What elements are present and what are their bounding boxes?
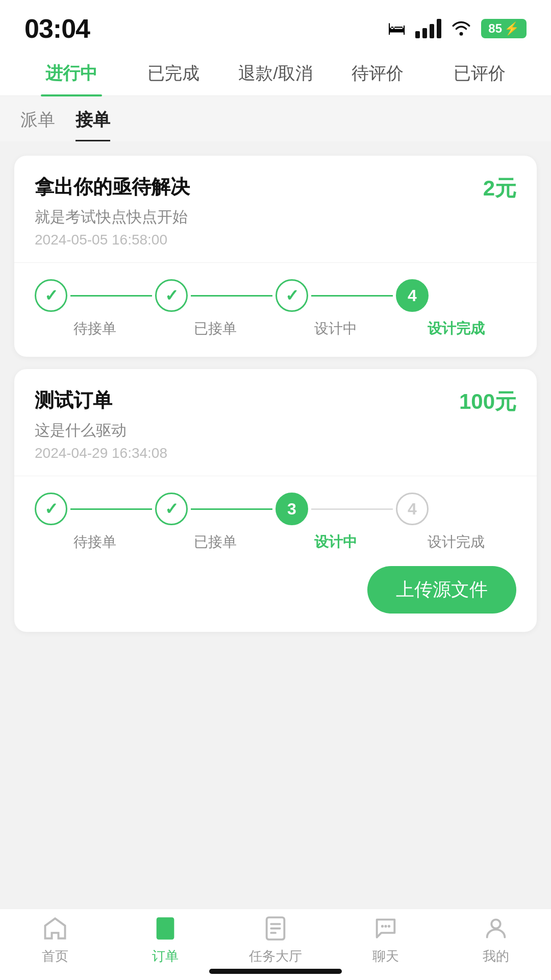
order-price-2: 100元 bbox=[459, 387, 516, 416]
svg-point-8 bbox=[381, 925, 384, 927]
svg-rect-2 bbox=[160, 927, 171, 929]
step-label-2-4: 设计完成 bbox=[428, 532, 485, 552]
step-label-1-3: 设计中 bbox=[314, 319, 357, 338]
nav-item-home[interactable]: 首页 bbox=[0, 914, 110, 965]
nav-item-orders[interactable]: 订单 bbox=[110, 914, 220, 965]
card-divider-2 bbox=[14, 476, 537, 476]
step-label-2-3: 设计中 bbox=[314, 532, 357, 552]
order-card-2: 测试订单 100元 这是什么驱动 2024-04-29 16:34:08 ✓ 待… bbox=[14, 369, 537, 632]
step-circle-2-2: ✓ bbox=[155, 493, 188, 525]
nav-item-profile[interactable]: 我的 bbox=[441, 914, 551, 965]
step-label-1-2: 已接单 bbox=[194, 319, 237, 338]
step-line-1-1 bbox=[70, 295, 152, 297]
order-icon bbox=[151, 914, 180, 943]
nav-label-chat: 聊天 bbox=[372, 947, 399, 965]
step-line-1-2 bbox=[191, 295, 272, 297]
nav-label-profile: 我的 bbox=[483, 947, 509, 965]
nav-item-chat[interactable]: 聊天 bbox=[331, 914, 441, 965]
status-icons: 🛏 85 ⚡ bbox=[388, 18, 527, 39]
step-circle-1-4: 4 bbox=[396, 279, 429, 312]
home-indicator bbox=[209, 969, 342, 974]
svg-point-10 bbox=[388, 925, 390, 927]
chat-icon bbox=[371, 914, 400, 943]
step-circle-2-4: 4 bbox=[396, 493, 429, 525]
nav-label-task: 任务大厅 bbox=[249, 947, 302, 965]
order-price-1: 2元 bbox=[483, 174, 516, 203]
profile-icon bbox=[481, 914, 511, 943]
step-1-2: ✓ 已接单 bbox=[155, 279, 276, 338]
svg-rect-1 bbox=[160, 923, 171, 925]
step-circle-2-1: ✓ bbox=[35, 493, 67, 525]
order-time-1: 2024-05-05 16:58:00 bbox=[35, 232, 516, 248]
step-line-2-2 bbox=[191, 508, 272, 510]
order-card-1: 拿出你的亟待解决 2元 就是考试快点快点开始 2024-05-05 16:58:… bbox=[14, 156, 537, 357]
step-circle-1-2: ✓ bbox=[155, 279, 188, 312]
step-line-2-3 bbox=[311, 508, 393, 510]
step-2-2: ✓ 已接单 bbox=[155, 493, 276, 552]
sub-tab-accept[interactable]: 接单 bbox=[76, 108, 110, 141]
battery-level: 85 bbox=[488, 21, 502, 36]
nav-item-task[interactable]: 任务大厅 bbox=[220, 914, 331, 965]
step-label-2-1: 待接单 bbox=[73, 532, 116, 552]
svg-point-9 bbox=[384, 925, 387, 927]
step-label-1-1: 待接单 bbox=[73, 319, 116, 338]
card-header-2: 测试订单 100元 bbox=[35, 387, 516, 416]
top-tab-bar: 进行中 已完成 退款/取消 待评价 已评价 bbox=[0, 51, 551, 96]
task-icon bbox=[261, 914, 290, 943]
content-area: 拿出你的亟待解决 2元 就是考试快点快点开始 2024-05-05 16:58:… bbox=[0, 141, 551, 914]
upload-btn-row: 上传源文件 bbox=[35, 566, 516, 614]
step-2-4: 4 设计完成 bbox=[396, 493, 516, 552]
sub-tab-dispatch[interactable]: 派单 bbox=[20, 108, 55, 141]
sub-tab-bar: 派单 接单 bbox=[0, 96, 551, 141]
card-divider-1 bbox=[14, 262, 537, 263]
wifi-icon bbox=[450, 19, 472, 38]
step-circle-2-3: 3 bbox=[276, 493, 308, 525]
step-label-1-4: 设计完成 bbox=[428, 319, 485, 338]
steps-1: ✓ 待接单 ✓ 已接单 ✓ bbox=[35, 279, 516, 338]
tab-pending-review[interactable]: 待评价 bbox=[327, 62, 429, 85]
step-2-1: ✓ 待接单 bbox=[35, 493, 155, 552]
sleep-icon: 🛏 bbox=[388, 18, 406, 39]
status-bar: 03:04 🛏 85 ⚡ bbox=[0, 0, 551, 51]
status-time: 03:04 bbox=[24, 13, 90, 44]
signal-icon bbox=[415, 19, 441, 38]
svg-rect-3 bbox=[160, 932, 166, 934]
order-desc-2: 这是什么驱动 bbox=[35, 420, 516, 441]
order-title-1: 拿出你的亟待解决 bbox=[35, 174, 190, 200]
tab-completed[interactable]: 已完成 bbox=[122, 62, 224, 85]
order-time-2: 2024-04-29 16:34:08 bbox=[35, 445, 516, 461]
tab-refund[interactable]: 退款/取消 bbox=[224, 62, 327, 85]
order-title-2: 测试订单 bbox=[35, 387, 112, 413]
svg-point-11 bbox=[491, 920, 500, 928]
step-2-3: 3 设计中 bbox=[276, 493, 396, 552]
step-1-1: ✓ 待接单 bbox=[35, 279, 155, 338]
home-icon bbox=[40, 914, 70, 943]
step-circle-1-3: ✓ bbox=[276, 279, 308, 312]
step-label-2-2: 已接单 bbox=[194, 532, 237, 552]
steps-2: ✓ 待接单 ✓ 已接单 3 bbox=[35, 493, 516, 552]
tab-reviewed[interactable]: 已评价 bbox=[429, 62, 531, 85]
step-line-1-3 bbox=[311, 295, 393, 297]
orders-list: 拿出你的亟待解决 2元 就是考试快点快点开始 2024-05-05 16:58:… bbox=[0, 141, 551, 646]
order-desc-1: 就是考试快点快点开始 bbox=[35, 207, 516, 228]
step-1-4: 4 设计完成 bbox=[396, 279, 516, 338]
tab-in-progress[interactable]: 进行中 bbox=[20, 62, 122, 85]
step-circle-1-1: ✓ bbox=[35, 279, 67, 312]
battery-icon: 85 ⚡ bbox=[481, 19, 527, 38]
step-line-2-1 bbox=[70, 508, 152, 510]
step-1-3: ✓ 设计中 bbox=[276, 279, 396, 338]
nav-label-home: 首页 bbox=[42, 947, 68, 965]
upload-source-button[interactable]: 上传源文件 bbox=[367, 566, 516, 614]
card-header-1: 拿出你的亟待解决 2元 bbox=[35, 174, 516, 203]
nav-label-orders: 订单 bbox=[152, 947, 179, 965]
